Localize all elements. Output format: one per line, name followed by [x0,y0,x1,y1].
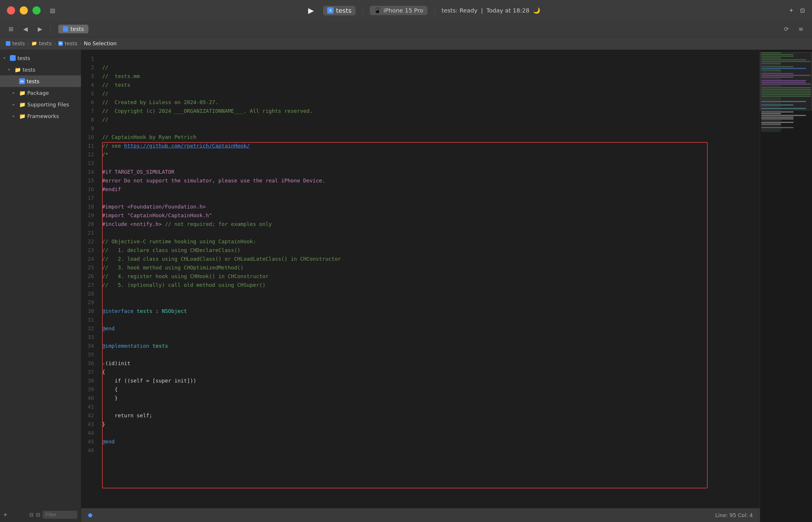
supporting-files-folder-icon: 📁 [19,101,25,107]
bc-group[interactable]: 📁 tests [31,40,52,46]
sidebar: ▾ tests ▾ 📁 tests m tests ▸ 📁 Package [0,50,81,522]
frameworks-folder-icon: 📁 [19,113,25,119]
titlebar: ▤ ▶ A tests 📱 iPhone 15 Pro tests: Ready… [0,0,812,21]
bc-sep-1: › [27,41,29,46]
close-button[interactable] [7,6,15,15]
group-label: tests [23,67,35,73]
refresh-icon[interactable]: ⟳ [781,24,792,34]
sidebar-footer: + ⊟ ⊟ [0,507,81,522]
code-editor[interactable]: 12345 678910 1112131415 1617181920 21222… [81,50,760,522]
device-selector[interactable]: 📱 iPhone 15 Pro [370,6,427,15]
chevron-down-icon: ▾ [8,67,13,72]
device-name: iPhone 15 Pro [383,7,423,14]
grid-view-icon[interactable]: ⊞ [6,24,16,34]
scheme-name: tests [336,7,351,14]
bc-selection: No Selection [84,40,117,46]
traffic-lights [7,6,41,15]
filter-area: ⊟ ⊟ [29,511,77,519]
cursor-position: Line: 95 Col: 4 [715,512,753,518]
package-label: Package [27,90,49,96]
toolbar-right: ⟳ ≡ [781,24,806,34]
add-file-button[interactable]: + [789,7,793,14]
m-file-icon: m [19,78,25,84]
status-separator: | [481,7,483,14]
bc-project-label: tests [12,40,25,46]
list-view-icon[interactable]: ≡ [796,24,806,34]
bc-selection-label: No Selection [84,40,117,46]
bc-project-icon [6,41,11,46]
minimap [760,50,812,522]
sidebar-toggle-icon[interactable]: ▤ [50,7,55,14]
frameworks-label: Frameworks [27,113,59,119]
bc-folder-icon: 📁 [31,41,37,46]
device-icon: 📱 [374,7,381,14]
status-time: Today at 18:28 [486,7,529,14]
chevron-right-icon: ▸ [13,91,17,95]
scheme-icon: A [327,7,333,14]
tab-file-icon [63,26,68,32]
back-button[interactable]: ◀ [20,24,31,34]
add-file-sidebar-button[interactable]: + [3,511,7,519]
sidebar-item-package[interactable]: ▸ 📁 Package [0,87,81,99]
tab-bar: tests [58,25,88,33]
toolbar: ⊞ ◀ ▶ tests ⟳ ≡ [0,21,812,37]
sidebar-item-supporting-files[interactable]: ▸ 📁 Supporting Files [0,99,81,110]
bc-file-label: tests [65,40,77,46]
bc-file-icon: m [58,41,63,46]
line-numbers: 12345 678910 1112131415 1617181920 21222… [81,50,98,508]
bc-file[interactable]: m tests [58,40,77,46]
title-right: + ⊡ [789,7,805,14]
project-label: tests [17,55,30,61]
chevron-down-icon: ▾ [3,56,8,60]
minimize-button[interactable] [20,6,28,15]
chevron-right-icon: ▸ [13,114,17,118]
filter-icon: ⊟ [29,511,34,518]
tab-tests[interactable]: tests [58,25,88,33]
bc-root[interactable]: tests [6,40,25,46]
forward-button[interactable]: ▶ [35,24,45,34]
bc-sep-2: › [54,41,56,46]
file-tree: ▾ tests ▾ 📁 tests m tests ▸ 📁 Package [0,50,81,507]
sidebar-item-frameworks[interactable]: ▸ 📁 Frameworks [0,110,81,122]
build-status: tests: Ready | Today at 18:28 🌙 [442,7,540,14]
bc-sep-3: › [80,41,81,46]
package-folder-icon: 📁 [19,90,25,96]
fullscreen-button[interactable] [33,6,41,15]
run-button[interactable]: ▶ [304,4,317,17]
filter-input[interactable] [43,511,77,519]
project-icon [10,55,16,61]
status-left [88,513,92,517]
code-lines[interactable]: // // tests.mm // tests // // Created by… [98,50,760,508]
tab-label: tests [70,26,84,32]
status-indicator [88,513,92,517]
group-folder-icon: 📁 [15,67,21,73]
weather-icon: 🌙 [533,7,540,14]
breadcrumb: tests › 📁 tests › m tests › No Selection [0,37,812,50]
sidebar-item-project-tests[interactable]: ▾ tests [0,52,81,64]
sidebar-item-group-tests[interactable]: ▾ 📁 tests [0,64,81,75]
supporting-files-label: Supporting Files [27,101,69,107]
status-text: tests: Ready [442,7,478,14]
split-editor-button[interactable]: ⊡ [800,7,805,14]
file-label: tests [27,78,39,84]
code-area[interactable]: 12345 678910 1112131415 1617181920 21222… [81,50,760,508]
scheme-selector[interactable]: A tests [323,6,356,15]
bc-group-label: tests [39,40,52,46]
status-bar: Line: 95 Col: 4 [81,508,760,522]
main-area: ▾ tests ▾ 📁 tests m tests ▸ 📁 Package [0,50,812,522]
sidebar-item-file-tests[interactable]: m tests [0,75,81,87]
chevron-right-icon: ▸ [13,102,17,106]
sort-icon: ⊟ [36,511,40,518]
